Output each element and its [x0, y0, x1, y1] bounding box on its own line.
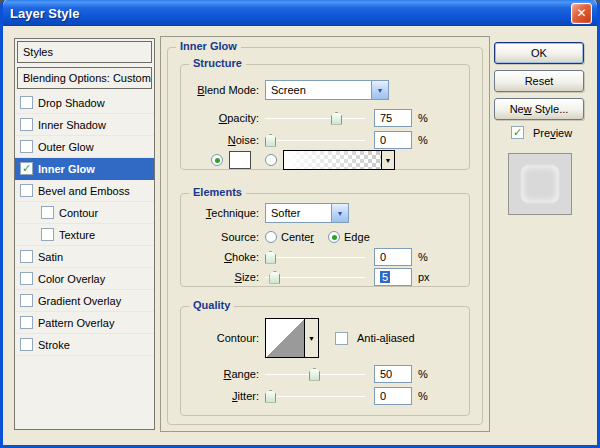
new-style-button[interactable]: New Style...: [494, 98, 584, 120]
blend-mode-select[interactable]: Screen ▼: [265, 80, 389, 100]
range-input[interactable]: 50: [374, 365, 412, 383]
range-slider[interactable]: [265, 367, 365, 382]
effect-label: Outer Glow: [38, 141, 94, 153]
contour-arrow-icon[interactable]: ▼: [304, 319, 318, 357]
jitter-label: Jitter:: [187, 390, 259, 402]
jitter-input[interactable]: 0: [374, 387, 412, 405]
sidebar-item-styles[interactable]: Styles: [17, 41, 152, 63]
choke-slider[interactable]: [265, 250, 365, 265]
dialog-body: Styles Blending Options: Custom ✓Drop Sh…: [3, 26, 597, 445]
sidebar-item-outer-glow[interactable]: ✓Outer Glow: [15, 136, 154, 158]
sidebar-item-inner-shadow[interactable]: ✓Inner Shadow: [15, 114, 154, 136]
gradient-arrow-icon[interactable]: ▼: [381, 151, 394, 169]
sidebar-item-pattern-overlay[interactable]: ✓Pattern Overlay: [15, 312, 154, 334]
size-slider-thumb[interactable]: [269, 271, 280, 284]
sidebar-item-inner-glow[interactable]: ✓Inner Glow: [15, 158, 154, 180]
size-slider[interactable]: [265, 270, 365, 285]
noise-slider-thumb[interactable]: [265, 134, 276, 147]
effect-preview-thumbnail: [508, 153, 572, 215]
effect-label: Texture: [59, 229, 95, 241]
range-unit: %: [418, 368, 428, 380]
quality-legend: Quality: [189, 299, 234, 311]
effect-checkbox[interactable]: ✓: [41, 228, 54, 241]
effect-checkbox[interactable]: ✓: [20, 162, 33, 175]
opacity-slider[interactable]: [265, 111, 365, 126]
effect-checkbox[interactable]: ✓: [41, 206, 54, 219]
sidebar-item-bevel-and-emboss[interactable]: ✓Bevel and Emboss: [15, 180, 154, 202]
effect-checkbox[interactable]: ✓: [20, 316, 33, 329]
source-edge-radio[interactable]: [328, 231, 340, 243]
noise-label: Noise:: [187, 134, 259, 146]
technique-select[interactable]: Softer ▼: [265, 203, 349, 223]
source-center-label: Center: [281, 231, 314, 243]
blend-mode-label: Blend Mode:: [187, 84, 259, 96]
sidebar-item-stroke[interactable]: ✓Stroke: [15, 334, 154, 356]
noise-input[interactable]: 0: [374, 131, 412, 149]
size-selected-text: 5: [380, 271, 390, 283]
effect-checkbox[interactable]: ✓: [20, 338, 33, 351]
sidebar-item-contour[interactable]: ✓Contour: [15, 202, 154, 224]
effect-checkbox[interactable]: ✓: [20, 184, 33, 197]
technique-value: Softer: [266, 204, 331, 222]
jitter-unit: %: [418, 390, 428, 402]
gradient-preview[interactable]: [284, 151, 381, 169]
chevron-down-icon[interactable]: ▼: [331, 204, 348, 222]
chevron-down-icon[interactable]: ▼: [371, 81, 388, 99]
title-bar[interactable]: Layer Style ✕: [3, 0, 597, 26]
effect-checkbox[interactable]: ✓: [20, 250, 33, 263]
anti-aliased-checkbox[interactable]: ✓: [335, 332, 348, 345]
preview-checkbox[interactable]: ✓: [511, 126, 524, 139]
effect-checkbox[interactable]: ✓: [20, 140, 33, 153]
noise-slider[interactable]: [265, 133, 365, 148]
jitter-slider-thumb[interactable]: [265, 390, 276, 403]
choke-slider-thumb[interactable]: [265, 251, 276, 264]
layer-style-dialog: Layer Style ✕ Styles Blending Options: C…: [0, 0, 600, 448]
contour-label: Contour:: [187, 332, 259, 344]
effect-label: Gradient Overlay: [38, 295, 121, 307]
effect-label: Contour: [59, 207, 98, 219]
panel-title: Inner Glow: [176, 40, 241, 52]
effect-checkbox[interactable]: ✓: [20, 96, 33, 109]
technique-label: Technique:: [187, 207, 259, 219]
range-label: Range:: [187, 368, 259, 380]
glow-color-swatch[interactable]: [229, 151, 251, 169]
sidebar-item-gradient-overlay[interactable]: ✓Gradient Overlay: [15, 290, 154, 312]
sidebar-item-color-overlay[interactable]: ✓Color Overlay: [15, 268, 154, 290]
effect-checkbox[interactable]: ✓: [20, 294, 33, 307]
sidebar-item-texture[interactable]: ✓Texture: [15, 224, 154, 246]
contour-picker[interactable]: ▼: [265, 318, 319, 358]
structure-legend: Structure: [189, 57, 246, 69]
anti-aliased-label: Anti-aliased: [357, 332, 415, 344]
reset-button[interactable]: Reset: [494, 70, 584, 92]
inner-glow-panel: Inner Glow Structure Blend Mode: Screen …: [160, 36, 490, 432]
blend-mode-value: Screen: [266, 81, 371, 99]
choke-input[interactable]: 0: [374, 248, 412, 266]
sidebar-item-satin[interactable]: ✓Satin: [15, 246, 154, 268]
opacity-input[interactable]: 75: [374, 109, 412, 127]
sidebar-item-blending-options[interactable]: Blending Options: Custom: [17, 67, 152, 89]
quality-group: Quality Contour: ▼ ✓ Anti-aliased Range:: [180, 306, 470, 416]
close-icon[interactable]: ✕: [571, 3, 592, 24]
preview-toggle[interactable]: ✓ Preview: [511, 126, 572, 139]
opacity-slider-thumb[interactable]: [331, 112, 342, 125]
opacity-unit: %: [418, 112, 428, 124]
window-title: Layer Style: [10, 6, 79, 21]
color-radio[interactable]: [211, 154, 223, 166]
source-center-radio[interactable]: [265, 231, 277, 243]
contour-thumbnail[interactable]: [266, 319, 304, 357]
range-slider-thumb[interactable]: [309, 368, 320, 381]
effect-label: Inner Shadow: [38, 119, 106, 131]
effect-label: Pattern Overlay: [38, 317, 114, 329]
effect-checkbox[interactable]: ✓: [20, 272, 33, 285]
elements-legend: Elements: [189, 186, 246, 198]
size-input[interactable]: 5: [374, 268, 412, 286]
style-effects-list: ✓Drop Shadow✓Inner Shadow✓Outer Glow✓Inn…: [15, 92, 154, 356]
gradient-radio[interactable]: [265, 154, 277, 166]
effect-label: Drop Shadow: [38, 97, 105, 109]
gradient-picker[interactable]: ▼: [283, 150, 395, 170]
source-edge-label: Edge: [344, 231, 370, 243]
effect-checkbox[interactable]: ✓: [20, 118, 33, 131]
sidebar-item-drop-shadow[interactable]: ✓Drop Shadow: [15, 92, 154, 114]
jitter-slider[interactable]: [265, 389, 365, 404]
ok-button[interactable]: OK: [494, 42, 584, 64]
